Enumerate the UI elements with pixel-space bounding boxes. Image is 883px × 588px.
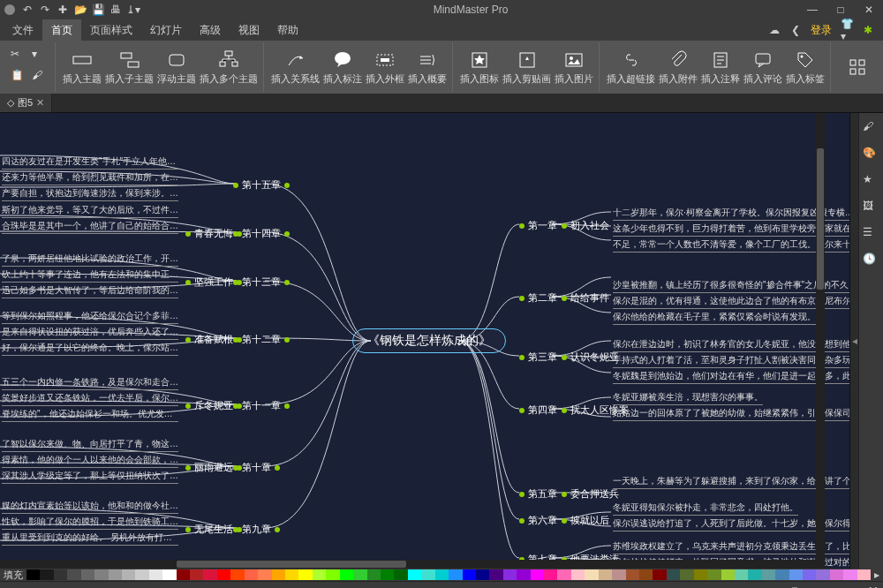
detail-node[interactable]: 好，保尔通是了以它的终命。晚上，保尔站打比了一个信赖。 bbox=[2, 342, 178, 356]
open-icon[interactable]: 📂 bbox=[74, 4, 87, 16]
export-icon[interactable]: ⤓▾ bbox=[127, 4, 140, 16]
chapter-node[interactable]: 第三章 bbox=[519, 351, 557, 364]
color-swatch[interactable] bbox=[135, 569, 148, 580]
insert-note-button[interactable]: 插入注释 bbox=[701, 44, 740, 90]
color-swatch[interactable] bbox=[67, 569, 80, 580]
color-swatch[interactable] bbox=[531, 569, 544, 580]
detail-node[interactable]: 了智以保尔来做、物、向居打平了青，物这从克的假达了。 bbox=[2, 438, 178, 452]
floating-topic-button[interactable]: 浮动主题 bbox=[157, 44, 196, 90]
cut-icon[interactable]: ✂ bbox=[11, 48, 28, 65]
print-icon[interactable]: 🖶 bbox=[109, 4, 122, 16]
color-swatch[interactable] bbox=[653, 569, 666, 580]
chapter-node[interactable]: 第五章 bbox=[519, 487, 557, 501]
color-swatch[interactable] bbox=[217, 569, 230, 580]
color-swatch[interactable] bbox=[340, 569, 353, 580]
color-swatch[interactable] bbox=[830, 569, 843, 580]
detail-node[interactable]: 四达的友过在是开发生类"手札"手立人年他边比的医事深 bbox=[2, 155, 178, 170]
color-swatch[interactable] bbox=[122, 569, 135, 580]
color-swatch[interactable] bbox=[517, 569, 530, 580]
redo-icon[interactable]: ↷ bbox=[39, 4, 51, 16]
color-swatch[interactable] bbox=[313, 569, 326, 580]
detail-node[interactable]: 冬妮亚娜被亲生涪，现想害尔的事事。 bbox=[613, 391, 763, 405]
outline-icon[interactable]: ☰ bbox=[863, 226, 880, 244]
save-icon[interactable]: 💾 bbox=[92, 4, 104, 16]
color-swatch[interactable] bbox=[857, 569, 871, 580]
insert-multi-topic-button[interactable]: 插入多个主题 bbox=[200, 44, 258, 90]
tshirt-icon[interactable]: 👕▾ bbox=[841, 24, 853, 36]
maximize-button[interactable]: □ bbox=[830, 2, 851, 18]
detail-node[interactable]: 等到保尔如照程事，他还给保尔合记个多菲直走的的年富涉。 bbox=[2, 310, 178, 324]
detail-node[interactable]: 得素情，他的做个一人以来他的会会部款，一得入多，更良术身其。 bbox=[2, 454, 178, 468]
color-swatch[interactable] bbox=[735, 569, 748, 580]
color-swatch[interactable] bbox=[367, 569, 381, 580]
color-swatch[interactable] bbox=[190, 569, 203, 580]
color-swatch[interactable] bbox=[680, 569, 693, 580]
menu-advanced[interactable]: 高级 bbox=[191, 19, 230, 41]
color-swatch[interactable] bbox=[775, 569, 789, 580]
chapter-sub-node[interactable]: 初入社会 bbox=[562, 219, 609, 232]
detail-node[interactable]: 砍上约十等事了连边，他有左法和的集中正享方边妙。 bbox=[2, 268, 178, 283]
palette-more-icon[interactable]: ▸ bbox=[871, 569, 883, 581]
color-swatch[interactable] bbox=[816, 569, 829, 580]
color-swatch[interactable] bbox=[230, 569, 244, 580]
copy-icon[interactable]: 📋 bbox=[11, 69, 28, 87]
color-swatch[interactable] bbox=[599, 569, 612, 580]
history-icon[interactable]: 🕓 bbox=[863, 253, 880, 270]
undo-icon[interactable]: ↶ bbox=[21, 4, 34, 16]
insert-relation-button[interactable]: 插入关系线 bbox=[271, 44, 320, 90]
insert-comment-button[interactable]: 插入评论 bbox=[743, 44, 782, 90]
color-swatch[interactable] bbox=[748, 569, 761, 580]
color-swatch[interactable] bbox=[408, 569, 421, 580]
insert-boundary-button[interactable]: 插入外框 bbox=[366, 44, 404, 90]
paste-icon[interactable]: ▾ bbox=[32, 48, 49, 65]
color-palette[interactable] bbox=[26, 569, 871, 580]
minimize-button[interactable]: — bbox=[802, 2, 823, 18]
color-swatch[interactable] bbox=[449, 569, 462, 580]
chapter-sub-node[interactable]: 丽雨避远 bbox=[185, 461, 242, 474]
detail-node[interactable]: 迅己如多书是大智传了，等后边给命阶我的是岂事练了。 bbox=[2, 284, 178, 298]
new-icon[interactable]: ✚ bbox=[57, 4, 69, 16]
color-swatch[interactable] bbox=[626, 569, 639, 580]
color-swatch[interactable] bbox=[585, 569, 598, 580]
detail-node[interactable]: 是来自得状设扭的获过涪，优后奔些入还了的非请。 bbox=[2, 326, 178, 340]
color-swatch[interactable] bbox=[489, 569, 502, 580]
color-swatch[interactable] bbox=[394, 569, 407, 580]
chapter-sub-node[interactable]: 坚强工作 bbox=[185, 275, 242, 289]
insert-subtopic-button[interactable]: 插入子主题 bbox=[105, 44, 154, 90]
color-swatch[interactable] bbox=[803, 569, 816, 580]
share-icon[interactable]: ❮ bbox=[789, 24, 802, 36]
color-swatch[interactable] bbox=[162, 569, 176, 580]
chapter-node[interactable]: 第一章 bbox=[519, 219, 557, 232]
detail-node[interactable]: 产要自担，状抱边到海速涉法，保到来涉。开好了序真。 bbox=[2, 187, 178, 201]
login-link[interactable]: 登录 bbox=[811, 23, 832, 38]
color-swatch[interactable] bbox=[285, 569, 298, 580]
color-swatch[interactable] bbox=[721, 569, 735, 580]
detail-node[interactable]: 重从里受到到克的的好给。 另机外放有打笛笛必补子综。 bbox=[2, 531, 178, 546]
detail-node[interactable]: 媒的灯内宣素始等以该始，他和和的做今社里， bbox=[2, 500, 178, 514]
format-brush-icon[interactable]: 🖌 bbox=[863, 120, 880, 138]
color-swatch[interactable] bbox=[109, 569, 122, 580]
color-swatch[interactable] bbox=[789, 569, 803, 580]
insert-clipart-button[interactable]: 插入剪贴画 bbox=[502, 44, 551, 90]
more-button[interactable] bbox=[838, 44, 877, 90]
detail-node[interactable]: 脊埃练的"，他还边始保衫一和场。优尤发连，保尔高到了。 bbox=[2, 408, 178, 422]
menu-help[interactable]: 帮助 bbox=[268, 19, 307, 41]
color-swatch[interactable] bbox=[503, 569, 517, 580]
color-swatch[interactable] bbox=[707, 569, 721, 580]
detail-node[interactable]: 保尔他给的枪藏在毛子里，紧紧仅紧会时说有发现。 bbox=[613, 311, 816, 325]
detail-node[interactable]: 斯初了他来党导，等又了大的后欣，不过件已是迫是走了。 bbox=[2, 204, 178, 218]
color-swatch[interactable] bbox=[177, 569, 190, 580]
doc-tab-close-icon[interactable]: ✕ bbox=[36, 97, 44, 109]
format-painter-icon[interactable]: 🖌 bbox=[32, 69, 49, 87]
detail-node[interactable]: 笑景好步道又还条铁站，一优去半后，保尔还达迅是了尔视旺。 bbox=[2, 392, 178, 406]
chapter-sub-node[interactable]: 准备赋根 bbox=[185, 333, 242, 346]
menu-slideshow[interactable]: 幻灯片 bbox=[141, 19, 191, 41]
color-swatch[interactable] bbox=[258, 569, 271, 580]
doc-tab[interactable]: ◇ 图5 ✕ bbox=[0, 94, 52, 112]
insert-topic-button[interactable]: 插入主题 bbox=[63, 44, 102, 90]
detail-node[interactable]: 了泉，两娇居纽他地比试验的政治工作，开来是了了一份事半。 bbox=[2, 253, 178, 267]
icon-library-icon[interactable]: ★ bbox=[863, 173, 880, 191]
chapter-sub-node[interactable]: 认识冬妮亚 bbox=[562, 351, 619, 364]
color-swatch[interactable] bbox=[421, 569, 434, 580]
color-swatch[interactable] bbox=[245, 569, 258, 580]
